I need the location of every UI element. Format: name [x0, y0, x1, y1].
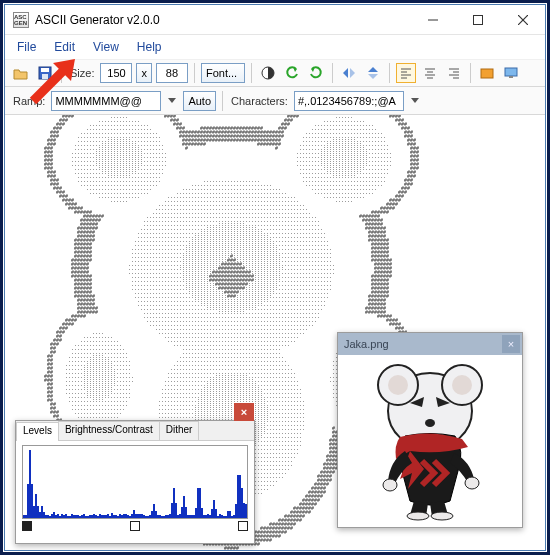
svg-point-29 — [383, 479, 397, 491]
toolbar-main: Size: x Font... — [5, 59, 545, 87]
menubar: File Edit View Help — [5, 35, 545, 59]
display-icon[interactable] — [501, 63, 521, 83]
tab-brightness-contrast[interactable]: Brightness/Contrast — [58, 421, 160, 440]
preview-close-button[interactable]: × — [502, 335, 520, 353]
preview-icon[interactable] — [477, 63, 497, 83]
white-point-handle[interactable] — [238, 521, 248, 531]
svg-rect-21 — [505, 68, 517, 76]
auto-button[interactable]: Auto — [183, 91, 216, 111]
menu-help[interactable]: Help — [137, 40, 162, 54]
svg-point-31 — [407, 512, 429, 520]
close-button[interactable] — [500, 5, 545, 34]
rotate-ccw-icon[interactable] — [282, 63, 302, 83]
preview-title: Jaka.png — [338, 333, 522, 355]
svg-rect-22 — [509, 76, 513, 78]
menu-edit[interactable]: Edit — [54, 40, 75, 54]
menu-file[interactable]: File — [17, 40, 36, 54]
svg-point-32 — [431, 512, 453, 520]
align-center-icon[interactable] — [420, 63, 440, 83]
gray-point-handle[interactable] — [130, 521, 140, 531]
preview-panel[interactable]: Jaka.png × — [337, 332, 523, 528]
characters-input[interactable] — [294, 91, 404, 111]
rotate-cw-icon[interactable] — [306, 63, 326, 83]
levels-close-button[interactable]: × — [234, 403, 254, 421]
titlebar: ASC GEN ASCII Generator v2.0.0 — [5, 5, 545, 35]
svg-point-28 — [425, 419, 435, 427]
preview-image — [338, 355, 522, 527]
toolbar-ramp: Ramp: Auto Characters: — [5, 87, 545, 115]
align-right-icon[interactable] — [444, 63, 464, 83]
height-input[interactable] — [156, 63, 188, 83]
svg-point-26 — [388, 375, 408, 395]
tab-levels[interactable]: Levels — [16, 422, 59, 441]
svg-rect-20 — [481, 69, 493, 78]
app-icon: ASC GEN — [13, 12, 29, 28]
characters-label: Characters: — [231, 95, 288, 107]
ramp-dropdown-icon[interactable] — [165, 91, 179, 111]
levels-panel[interactable]: × Levels Brightness/Contrast Dither — [15, 420, 255, 544]
align-left-icon[interactable] — [396, 63, 416, 83]
svg-line-33 — [33, 71, 63, 101]
window-title: ASCII Generator v2.0.0 — [35, 13, 410, 27]
histogram — [22, 445, 248, 519]
maximize-button[interactable] — [455, 5, 500, 34]
flip-h-icon[interactable] — [339, 63, 359, 83]
annotation-arrow — [23, 59, 83, 109]
flip-v-icon[interactable] — [363, 63, 383, 83]
black-point-handle[interactable] — [22, 521, 32, 531]
svg-point-30 — [465, 477, 479, 489]
minimize-button[interactable] — [410, 5, 455, 34]
menu-view[interactable]: View — [93, 40, 119, 54]
tab-dither[interactable]: Dither — [159, 421, 200, 440]
font-button[interactable]: Font... — [201, 63, 245, 83]
width-input[interactable] — [100, 63, 132, 83]
svg-rect-1 — [473, 15, 482, 24]
level-sliders[interactable] — [22, 521, 248, 535]
chars-dropdown-icon[interactable] — [408, 91, 422, 111]
lock-aspect-button[interactable]: x — [136, 63, 152, 83]
invert-icon[interactable] — [258, 63, 278, 83]
svg-point-27 — [452, 375, 472, 395]
